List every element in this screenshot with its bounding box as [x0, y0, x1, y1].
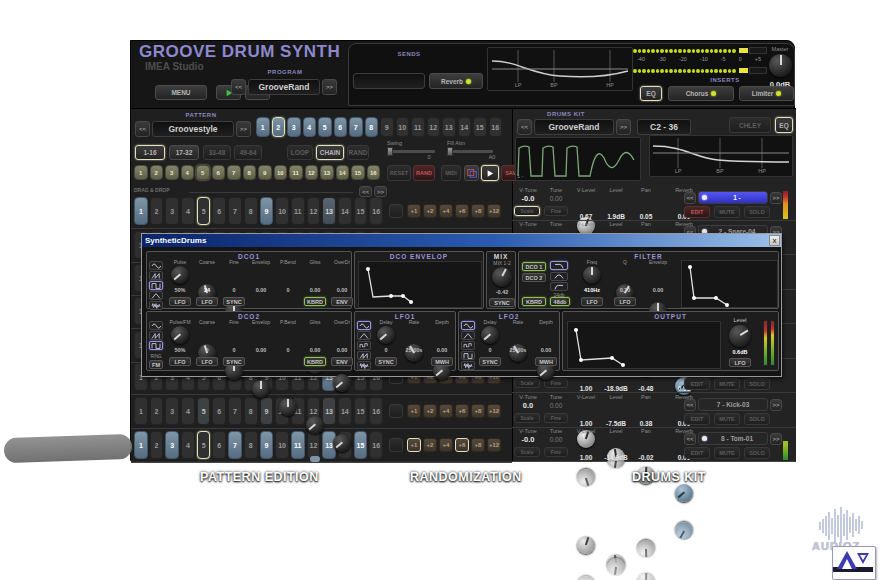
- fill-attn-slider[interactable]: [447, 150, 493, 153]
- row8-step-7[interactable]: 7: [228, 431, 242, 459]
- pattern-next-button[interactable]: >>: [236, 121, 251, 137]
- strip8-scale-button[interactable]: Scale: [514, 447, 540, 457]
- fine-sync-button[interactable]: SYNC: [223, 357, 245, 366]
- row7-step-13[interactable]: 13: [322, 397, 336, 425]
- strip7-next-button[interactable]: >>: [770, 399, 782, 411]
- swing-slider[interactable]: [387, 150, 435, 153]
- triangle-wave-icon[interactable]: [357, 331, 371, 340]
- coarse-lfo-button[interactable]: LFO: [196, 357, 218, 366]
- sh-wave-icon[interactable]: [357, 341, 371, 350]
- pulse-lfo-button[interactable]: LFO: [169, 297, 191, 306]
- noise-wave-icon[interactable]: [461, 361, 475, 370]
- fine-sync-button[interactable]: SYNC: [223, 297, 245, 306]
- row8-transpose-+2[interactable]: +2: [423, 438, 437, 452]
- close-icon[interactable]: x: [769, 235, 780, 246]
- pattern-step-1[interactable]: 1: [256, 117, 270, 137]
- row1-step-12[interactable]: 12: [307, 197, 321, 225]
- row7-transpose-+1[interactable]: +1: [407, 404, 421, 418]
- bar-step-11[interactable]: 11: [289, 165, 303, 180]
- bar-step-16[interactable]: 16: [367, 165, 381, 180]
- lp-filter-icon[interactable]: [550, 261, 568, 270]
- kit-prev-button[interactable]: <<: [517, 119, 532, 135]
- square-wave-icon[interactable]: [149, 341, 163, 350]
- overdr-knob[interactable]: [333, 434, 351, 452]
- pattern-prev-button[interactable]: <<: [135, 121, 150, 137]
- strip7-mute-button[interactable]: MUTE: [714, 413, 740, 425]
- freq-knob[interactable]: [583, 266, 601, 284]
- limiter-insert-button[interactable]: Limiter: [739, 86, 794, 101]
- pattern-step-2[interactable]: 2: [272, 117, 286, 137]
- sine-wave-icon[interactable]: [357, 321, 371, 330]
- pattern-step-6[interactable]: 6: [334, 117, 348, 137]
- chley-button[interactable]: CHLEY: [729, 117, 771, 133]
- bar-step-2[interactable]: 2: [150, 165, 164, 180]
- bar-step-1[interactable]: 1: [134, 165, 148, 180]
- row7-step-16[interactable]: 16: [369, 397, 383, 425]
- row8-step-5[interactable]: 5: [197, 431, 211, 459]
- output-level-knob[interactable]: [729, 325, 751, 347]
- filter-48db-button[interactable]: 48db: [550, 297, 570, 306]
- sine-wave-icon[interactable]: [149, 321, 163, 330]
- program-value[interactable]: GrooveRand: [248, 79, 320, 95]
- bank-49-64[interactable]: 49-64: [234, 145, 262, 160]
- strip1-name-field[interactable]: 1 -: [698, 191, 768, 204]
- row1-step-6[interactable]: 6: [212, 197, 226, 225]
- bar-step-15[interactable]: 15: [351, 165, 365, 180]
- row8-step-15[interactable]: 15: [354, 431, 368, 459]
- bar-step-4[interactable]: 4: [181, 165, 195, 180]
- p-bend-knob[interactable]: [279, 398, 297, 416]
- row7-step-5[interactable]: 5: [197, 397, 211, 425]
- noise-wave-icon[interactable]: [357, 361, 371, 370]
- pattern-step-9[interactable]: 9: [380, 117, 394, 137]
- row1-step-3[interactable]: 3: [165, 197, 179, 225]
- row8-step-16[interactable]: 16: [369, 431, 383, 459]
- mode-loop-button[interactable]: LOOP: [287, 145, 313, 160]
- delay-sync-button[interactable]: SYNC: [479, 357, 501, 366]
- gliss-kbrd-button[interactable]: KBRD: [304, 297, 326, 306]
- pattern-step-11[interactable]: 11: [411, 117, 425, 137]
- pulse-fm-knob[interactable]: [171, 326, 189, 344]
- row7-transpose-+4[interactable]: +4: [439, 404, 453, 418]
- row7-step-15[interactable]: 15: [354, 397, 368, 425]
- pattern-name[interactable]: Groovestyle: [152, 121, 234, 137]
- output-lfo-button[interactable]: LFO: [729, 358, 751, 367]
- pulse-fm-lfo-button[interactable]: LFO: [169, 357, 191, 366]
- row1-step-16[interactable]: 16: [369, 197, 383, 225]
- row1-blank-button[interactable]: [389, 204, 403, 218]
- strip8-edit-button[interactable]: EDIT: [684, 447, 710, 459]
- overdr-env-button[interactable]: ENV: [331, 297, 353, 306]
- row1-step-9[interactable]: 9: [260, 197, 274, 225]
- delay-sync-button[interactable]: SYNC: [375, 357, 397, 366]
- row7-step-9[interactable]: 9: [260, 397, 274, 425]
- row1-step-15[interactable]: 15: [354, 197, 368, 225]
- filter-dco2-button[interactable]: DCO 2: [522, 273, 546, 282]
- reset-button[interactable]: RESET: [387, 165, 411, 181]
- pattern-step-4[interactable]: 4: [303, 117, 317, 137]
- kit-name[interactable]: GrooveRand: [534, 119, 614, 135]
- strip1-edit-button[interactable]: EDIT: [684, 206, 710, 218]
- program-prev-button[interactable]: <<: [231, 79, 246, 95]
- row7-step-7[interactable]: 7: [228, 397, 242, 425]
- row7-blank-button[interactable]: [389, 404, 403, 418]
- row7-transpose-+12[interactable]: +12: [487, 404, 501, 418]
- bar-step-7[interactable]: 7: [227, 165, 241, 180]
- row7-transpose-+8[interactable]: +8: [471, 404, 485, 418]
- saw-wave-icon[interactable]: [149, 271, 163, 280]
- mix-knob[interactable]: [492, 267, 512, 287]
- row7-transpose-+6[interactable]: +6: [455, 404, 469, 418]
- strip1-mute-button[interactable]: MUTE: [714, 206, 740, 218]
- row8-step-4[interactable]: 4: [181, 431, 195, 459]
- bank-33-48[interactable]: 33-48: [203, 145, 231, 160]
- midi-button[interactable]: MIDI: [441, 165, 461, 181]
- strip7-edit-button[interactable]: EDIT: [684, 413, 710, 425]
- strip8-name-field[interactable]: 8 - Tom-01: [698, 432, 768, 445]
- row7-step-2[interactable]: 2: [150, 397, 164, 425]
- strip8-next-button[interactable]: >>: [770, 433, 782, 445]
- master-knob[interactable]: [769, 54, 792, 77]
- freq-lfo-button[interactable]: LFO: [581, 297, 603, 306]
- play-button[interactable]: [481, 165, 499, 181]
- overdr-knob[interactable]: [333, 374, 351, 392]
- row8-step-8[interactable]: 8: [244, 431, 258, 459]
- hp-filter-icon[interactable]: [550, 282, 568, 291]
- strip6-scale-button[interactable]: Scale: [514, 378, 540, 388]
